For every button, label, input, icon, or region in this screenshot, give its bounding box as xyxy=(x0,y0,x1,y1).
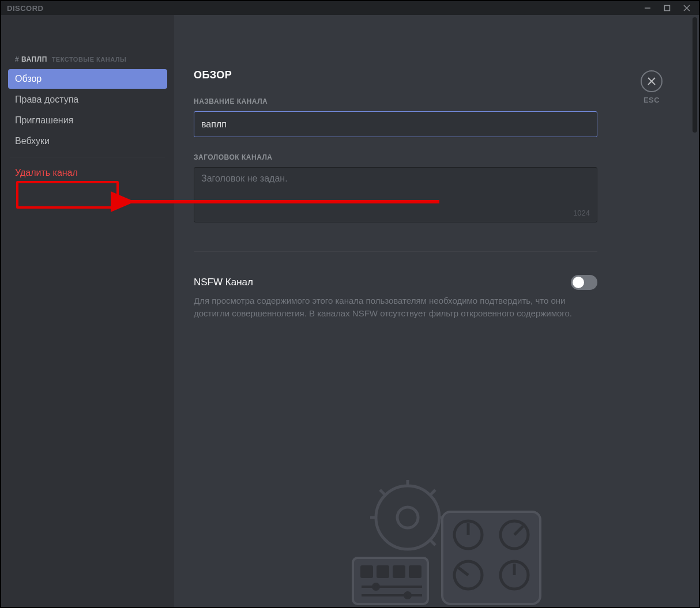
sidebar-header: # ВАПЛП ТЕКСТОВЫЕ КАНАЛЫ xyxy=(8,55,167,68)
nsfw-row: NSFW Канал xyxy=(194,275,597,290)
window-close-button[interactable] xyxy=(677,2,697,14)
channel-name-label: НАЗВАНИЕ КАНАЛА xyxy=(194,97,664,105)
close-icon xyxy=(646,76,657,86)
decorative-illustration xyxy=(321,469,552,607)
svg-rect-1 xyxy=(665,6,670,11)
svg-point-7 xyxy=(397,507,418,528)
close-escape: ESC xyxy=(639,70,664,104)
window-controls xyxy=(638,2,697,14)
nsfw-description: Для просмотра содержимого этого канала п… xyxy=(194,294,597,320)
svg-rect-20 xyxy=(393,565,405,578)
sidebar-item-label: Приглашения xyxy=(15,115,73,126)
app-window: DISCORD # ВАПЛП ТЕКСТОВЫЕ КАНАЛЫ Обзор xyxy=(0,0,700,608)
nsfw-toggle[interactable] xyxy=(571,275,597,290)
sidebar-item-delete-channel[interactable]: Удалить канал xyxy=(8,163,167,183)
sidebar-item-label: Права доступа xyxy=(15,95,78,105)
channel-topic-label: ЗАГОЛОВОК КАНАЛА xyxy=(194,153,664,161)
svg-point-25 xyxy=(405,592,411,598)
sidebar-item-webhooks[interactable]: Вебхуки xyxy=(8,131,167,151)
svg-rect-19 xyxy=(377,565,389,578)
toggle-knob xyxy=(573,277,584,288)
sidebar-item-overview[interactable]: Обзор xyxy=(8,69,167,89)
sidebar-item-label: Удалить канал xyxy=(15,168,78,178)
maximize-icon xyxy=(664,5,671,12)
svg-rect-21 xyxy=(409,565,421,578)
svg-rect-18 xyxy=(360,565,373,578)
channel-topic-input[interactable]: Заголовок не задан. 1024 xyxy=(194,167,597,222)
topic-char-limit: 1024 xyxy=(573,209,590,217)
window-maximize-button[interactable] xyxy=(657,2,677,14)
sidebar-item-label: Вебхуки xyxy=(15,136,50,146)
page-title: ОБЗОР xyxy=(194,69,664,81)
sidebar-category: ТЕКСТОВЫЕ КАНАЛЫ xyxy=(52,56,127,63)
nsfw-title: NSFW Канал xyxy=(194,277,253,288)
esc-label: ESC xyxy=(639,96,664,104)
sidebar-channel-name: ВАПЛП xyxy=(21,55,47,63)
annotation-highlight-box xyxy=(16,181,119,209)
sidebar-divider xyxy=(10,157,165,157)
sidebar-item-permissions[interactable]: Права доступа xyxy=(8,90,167,109)
close-icon xyxy=(683,5,690,12)
titlebar: DISCORD xyxy=(1,1,699,15)
svg-rect-17 xyxy=(353,558,428,604)
window-minimize-button[interactable] xyxy=(638,2,657,14)
brand-label: DISCORD xyxy=(7,4,43,13)
channel-name-input[interactable] xyxy=(194,111,597,137)
close-button[interactable] xyxy=(641,70,663,92)
sidebar-item-invites[interactable]: Приглашения xyxy=(8,111,167,130)
hash-icon: # xyxy=(15,55,19,63)
scrollbar[interactable] xyxy=(693,17,697,133)
svg-point-24 xyxy=(373,584,379,590)
settings-main: ОБЗОР НАЗВАНИЕ КАНАЛА ЗАГОЛОВОК КАНАЛА З… xyxy=(174,15,699,607)
minimize-icon xyxy=(644,5,651,12)
settings-sidebar: # ВАПЛП ТЕКСТОВЫЕ КАНАЛЫ Обзор Права дос… xyxy=(1,15,174,607)
topic-placeholder: Заголовок не задан. xyxy=(201,173,288,183)
svg-point-6 xyxy=(376,486,439,549)
sidebar-item-label: Обзор xyxy=(15,74,42,84)
divider xyxy=(194,251,597,252)
